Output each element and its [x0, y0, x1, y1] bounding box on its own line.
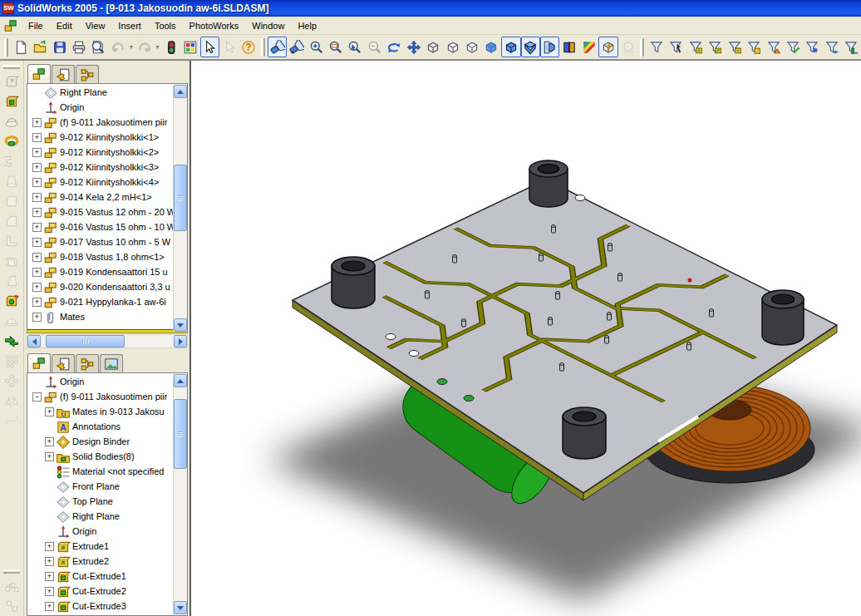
menu-help[interactable]: Help	[291, 18, 323, 33]
tree-item[interactable]: Origin	[27, 524, 173, 539]
curvature-button[interactable]	[559, 37, 578, 57]
render-colors-button[interactable]	[579, 37, 598, 57]
featuremanager-tab[interactable]	[27, 353, 51, 372]
expand-toggle[interactable]: +	[45, 557, 54, 566]
scroll-right-button[interactable]	[174, 335, 187, 347]
menu-photoworks[interactable]: PhotoWorks	[183, 18, 246, 33]
filter-faces-button[interactable]	[686, 37, 705, 57]
tree-item[interactable]: +9-012 Kiinnitysholkki<4>	[27, 175, 173, 190]
hidden-lines-removed-button[interactable]	[462, 37, 481, 57]
menu-insert[interactable]: Insert	[111, 18, 148, 33]
expand-toggle[interactable]: +	[45, 452, 54, 461]
rendermanager-tab[interactable]	[100, 354, 123, 372]
expand-toggle[interactable]: +	[32, 268, 42, 277]
expand-toggle[interactable]: +	[32, 163, 42, 172]
expand-toggle[interactable]: +	[45, 407, 54, 416]
tree-item[interactable]: +9-020 Kondensaattori 3,3 u	[27, 279, 173, 294]
help-button[interactable]: ?	[239, 37, 258, 57]
tree-item[interactable]: +9-012 Kiinnitysholkki<2>	[27, 145, 173, 160]
realview-graphics-button[interactable]	[598, 37, 617, 57]
filter-sketch-points-button[interactable]	[803, 37, 822, 57]
tree-item[interactable]: +Cut-Extrude1	[27, 569, 173, 584]
toolbar-grip[interactable]	[3, 569, 20, 574]
filter-midpoints-button[interactable]	[822, 37, 841, 57]
tree-item[interactable]: +Design Binder	[27, 434, 173, 449]
configurationmanager-tab[interactable]	[76, 65, 99, 83]
tree-item[interactable]: +Solid Bodies(8)	[27, 449, 173, 464]
filter-axes-button[interactable]	[783, 37, 802, 57]
tree-item[interactable]: +9-014 Kela 2,2 mH<1>	[27, 190, 173, 205]
print-button[interactable]	[69, 37, 88, 57]
print-preview-button[interactable]	[89, 37, 108, 57]
tree-item[interactable]: +9-015 Vastus 12 ohm - 20 W	[27, 205, 173, 219]
tree-item[interactable]: Top Plane	[27, 494, 173, 509]
shaded-button[interactable]	[521, 37, 540, 57]
expand-toggle[interactable]: −	[32, 392, 42, 402]
expand-toggle[interactable]: +	[45, 587, 54, 596]
scroll-thumb[interactable]	[46, 335, 125, 347]
zoom-to-fit-button[interactable]	[268, 37, 287, 57]
expand-toggle[interactable]: +	[32, 208, 42, 217]
rotate-view-button[interactable]	[385, 37, 404, 57]
menu-window[interactable]: Window	[245, 18, 291, 33]
horizontal-scrollbar[interactable]	[27, 334, 188, 348]
filter-vertices-button[interactable]	[725, 37, 744, 57]
toolbar-grip[interactable]	[261, 38, 265, 57]
menu-view[interactable]: View	[79, 18, 112, 33]
graphics-viewport[interactable]	[189, 61, 861, 616]
tree-item[interactable]: +9-012 Kiinnitysholkki<3>	[27, 160, 173, 175]
edit-color-button[interactable]	[180, 37, 199, 57]
tree-item[interactable]: +Mates	[27, 309, 173, 324]
scroll-down-button[interactable]	[174, 601, 187, 614]
tree-item[interactable]: Front Plane	[27, 479, 173, 494]
tree-item[interactable]: Origin	[27, 100, 173, 115]
clear-all-filters-button[interactable]	[667, 37, 686, 57]
tree-item[interactable]: +Extrude2	[27, 554, 173, 569]
propertymanager-tab[interactable]	[52, 65, 75, 83]
tree-item[interactable]: +Cut-Extrude3	[27, 599, 173, 614]
tree-item[interactable]: Material <not specified	[27, 464, 173, 479]
vertical-scrollbar[interactable]	[173, 374, 187, 614]
tree-item[interactable]: Right Plane	[27, 509, 173, 524]
tree-item[interactable]: +9-016 Vastus 15 ohm - 10 W	[27, 219, 173, 234]
toolbar-grip[interactable]	[640, 38, 644, 57]
scroll-left-button[interactable]	[27, 335, 41, 347]
scroll-up-button[interactable]	[174, 374, 187, 387]
scroll-up-button[interactable]	[174, 85, 187, 98]
expand-toggle[interactable]: +	[32, 253, 42, 262]
tree-item[interactable]: +Mates in 9-013 Jakosu	[27, 404, 173, 419]
tree-item[interactable]: +(f) 9-011 Jakosuotimen piir	[27, 115, 173, 130]
expand-toggle[interactable]: +	[45, 437, 54, 446]
tree-item[interactable]: +9-017 Vastus 10 ohm - 5 W	[27, 234, 173, 249]
menu-tools[interactable]: Tools	[148, 18, 183, 33]
shaded-no-edges-button[interactable]	[482, 37, 501, 57]
previous-view-button[interactable]	[287, 37, 306, 57]
rollback-bar[interactable]	[27, 329, 187, 333]
expand-toggle[interactable]: +	[32, 223, 42, 232]
filter-edges-button[interactable]	[705, 37, 724, 57]
tree-item[interactable]: Origin	[27, 374, 173, 389]
expand-toggle[interactable]: +	[32, 298, 42, 307]
zoom-in-out-button[interactable]	[307, 37, 326, 57]
filter-toggle-button[interactable]	[647, 37, 666, 57]
tree-item[interactable]: +9-019 Kondensaattori 15 u	[27, 264, 173, 279]
tree-item[interactable]: AAnnotations	[27, 419, 173, 434]
new-document-button[interactable]	[11, 37, 30, 57]
tree-item[interactable]: +Cut-Extrude2	[27, 584, 173, 599]
propertymanager-tab[interactable]	[52, 354, 75, 372]
extruded-cut-button[interactable]	[2, 91, 22, 111]
save-button[interactable]	[50, 37, 69, 57]
expand-toggle[interactable]: +	[45, 602, 54, 611]
menu-file[interactable]: File	[22, 18, 50, 33]
filter-dimensions-button[interactable]	[842, 37, 861, 57]
scroll-down-button[interactable]	[174, 318, 187, 332]
expand-toggle[interactable]: +	[32, 193, 42, 202]
expand-toggle[interactable]: +	[32, 238, 42, 247]
expand-toggle[interactable]: +	[32, 313, 42, 322]
open-button[interactable]	[30, 37, 49, 57]
toolbar-grip[interactable]	[3, 65, 20, 69]
pan-button[interactable]	[404, 37, 423, 57]
expand-toggle[interactable]: +	[32, 148, 42, 157]
tree-item[interactable]: +9-021 Hyppylanka-1 aw-6i	[27, 294, 173, 309]
filter-surface-bodies-button[interactable]	[764, 37, 783, 57]
